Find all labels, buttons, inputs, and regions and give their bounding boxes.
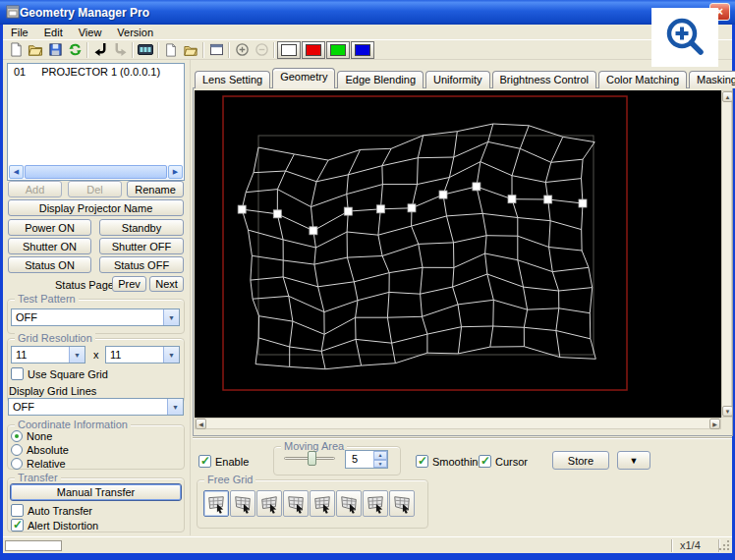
transfer-return-button[interactable] <box>90 41 110 59</box>
color-green-button[interactable] <box>326 41 350 59</box>
canvas-vertical-scrollbar[interactable]: ▲ ▼ <box>721 90 732 418</box>
combo-value: 11 <box>12 349 69 361</box>
smoothing-checkbox[interactable]: Smoothing <box>416 455 484 468</box>
toolbar-separator <box>86 42 88 58</box>
status-off-button[interactable]: Status OFF <box>99 256 184 273</box>
free-grid-tool-1[interactable] <box>203 490 229 517</box>
shutter-off-button[interactable]: Shutter OFF <box>99 238 184 254</box>
scroll-left-icon[interactable]: ◀ <box>196 419 206 429</box>
warp-grid-icon <box>339 494 359 514</box>
chevron-down-icon[interactable]: ▼ <box>163 347 179 363</box>
auto-transfer-checkbox[interactable]: Auto Transfer <box>11 504 92 517</box>
tab-brightness-control[interactable]: Brightness Control <box>492 71 597 88</box>
zoom-in-button[interactable] <box>232 41 252 59</box>
menu-file[interactable]: File <box>3 26 36 39</box>
rename-button[interactable]: Rename <box>127 181 184 197</box>
projector-list-scrollbar[interactable]: ◀ ▶ <box>9 165 183 179</box>
open-sub-button[interactable] <box>181 41 200 59</box>
scrollbar-corner <box>721 418 732 429</box>
grid-h-select[interactable]: 11 ▼ <box>11 346 85 364</box>
display-projector-name-button[interactable]: Display Projector Name <box>8 199 184 216</box>
status-page-next-button[interactable]: Next <box>149 276 184 292</box>
spin-down-icon[interactable]: ▼ <box>373 460 387 469</box>
radio-absolute[interactable]: Absolute <box>11 444 69 456</box>
menu-bar: File Edit View Version <box>3 25 732 39</box>
scroll-right-icon[interactable]: ▶ <box>709 419 720 429</box>
scroll-left-icon[interactable]: ◀ <box>9 165 24 179</box>
free-grid-tool-8[interactable] <box>389 490 415 517</box>
tab-masking[interactable]: Masking <box>689 71 735 88</box>
menu-version[interactable]: Version <box>109 26 161 39</box>
tab-lens-setting[interactable]: Lens Setting <box>195 71 270 88</box>
shutter-on-button[interactable]: Shutter ON <box>8 238 91 254</box>
display-grid-lines-select[interactable]: OFF ▼ <box>8 398 184 416</box>
scrollbar-thumb[interactable] <box>25 165 167 179</box>
power-on-button[interactable]: Power ON <box>8 219 91 236</box>
test-pattern-select[interactable]: OFF ▼ <box>11 308 180 326</box>
tab-geometry[interactable]: Geometry <box>272 68 335 88</box>
distortion-mesh[interactable] <box>195 90 721 418</box>
new-sub-button[interactable] <box>161 41 181 59</box>
spin-up-icon[interactable]: ▲ <box>373 451 387 460</box>
refresh-button[interactable] <box>65 41 85 59</box>
radio-circle <box>11 444 23 456</box>
slider-thumb[interactable] <box>308 451 316 466</box>
app-window: Geometry Manager Pro × File Edit View Ve… <box>0 0 735 560</box>
status-page-label: Status Page <box>55 279 114 291</box>
manual-transfer-button[interactable]: Manual Transfer <box>10 483 182 501</box>
free-grid-tool-4[interactable] <box>283 490 309 517</box>
resize-grip-icon[interactable] <box>719 540 731 552</box>
cursor-checkbox[interactable]: Cursor <box>479 455 528 468</box>
menu-view[interactable]: View <box>71 26 110 39</box>
moving-area-slider[interactable] <box>284 451 335 467</box>
projector-list[interactable]: 01 PROJECTOR 1 (0.0.0.1) ◀ ▶ <box>7 63 185 181</box>
canvas-horizontal-scrollbar[interactable]: ◀ ▶ <box>195 418 721 429</box>
open-file-button[interactable] <box>26 41 45 59</box>
chevron-down-icon[interactable]: ▼ <box>69 347 85 363</box>
checkbox-label: Smoothing <box>432 456 484 468</box>
store-menu-button[interactable]: ▼ <box>617 451 650 470</box>
radio-label: Relative <box>27 458 66 470</box>
geometry-canvas[interactable] <box>195 90 721 418</box>
status-display-button[interactable] <box>136 41 155 59</box>
scroll-down-icon[interactable]: ▼ <box>722 406 733 417</box>
projector-list-item[interactable]: 01 PROJECTOR 1 (0.0.0.1) <box>8 64 184 80</box>
free-grid-tool-3[interactable] <box>256 490 282 517</box>
tab-color-matching[interactable]: Color Matching <box>598 71 687 88</box>
zoom-overlay <box>651 8 718 67</box>
open-folder-icon <box>183 43 198 57</box>
color-red-button[interactable] <box>302 41 325 59</box>
status-page-prev-button[interactable]: Prev <box>112 276 146 292</box>
checkbox-label: Alert Distortion <box>28 520 98 532</box>
store-button[interactable]: Store <box>552 451 609 470</box>
status-on-button[interactable]: Status ON <box>8 256 91 273</box>
color-white-button[interactable] <box>277 41 301 59</box>
window-layout-button[interactable] <box>206 41 226 59</box>
scroll-right-icon[interactable]: ▶ <box>168 165 183 179</box>
alert-distortion-checkbox[interactable]: Alert Distortion <box>11 519 98 532</box>
scroll-up-icon[interactable]: ▲ <box>722 91 733 102</box>
tab-edge-blending[interactable]: Edge Blending <box>337 71 424 88</box>
title-bar[interactable]: Geometry Manager Pro <box>0 0 735 25</box>
tab-uniformity[interactable]: Uniformity <box>425 71 490 88</box>
free-grid-tool-7[interactable] <box>363 490 388 517</box>
free-grid-tool-6[interactable] <box>336 490 362 517</box>
moving-area-spinner[interactable]: 5 ▲ ▼ <box>345 450 388 469</box>
use-square-grid-checkbox[interactable]: Use Square Grid <box>11 367 108 380</box>
chevron-down-icon[interactable]: ▼ <box>163 309 179 325</box>
free-grid-label: Free Grid <box>204 474 255 485</box>
warp-grid-icon <box>392 494 412 514</box>
radio-none[interactable]: None <box>11 430 52 442</box>
free-grid-tool-2[interactable] <box>230 490 255 517</box>
standby-button[interactable]: Standby <box>99 219 184 236</box>
color-blue-button[interactable] <box>351 41 374 59</box>
save-button[interactable] <box>45 41 65 59</box>
checkbox-label: Use Square Grid <box>28 368 108 380</box>
radio-relative[interactable]: Relative <box>11 458 66 470</box>
chevron-down-icon[interactable]: ▼ <box>167 399 183 415</box>
new-file-button[interactable] <box>6 41 26 59</box>
enable-checkbox[interactable]: Enable <box>198 455 249 468</box>
menu-edit[interactable]: Edit <box>36 26 71 39</box>
free-grid-tool-5[interactable] <box>310 490 335 517</box>
grid-v-select[interactable]: 11 ▼ <box>105 346 180 364</box>
